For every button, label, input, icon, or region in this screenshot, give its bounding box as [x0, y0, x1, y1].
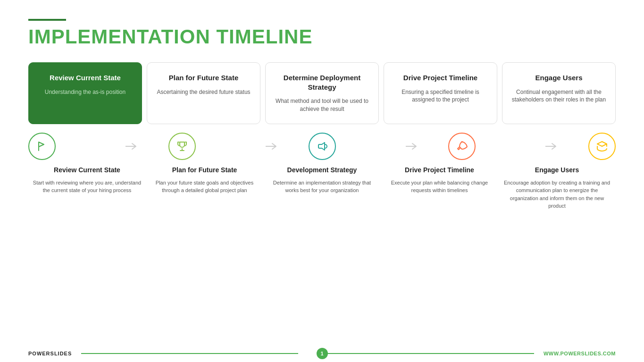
- footer: POWERSLIDES 1 WWW.POWERSLIDES.COM: [0, 345, 644, 362]
- footer-brand-left: POWERSLIDES: [28, 351, 72, 356]
- card-title-1: Plan for Future State: [156, 73, 251, 83]
- title-black: IMPLEMENTATION: [28, 25, 216, 48]
- timeline-arrow-2: [376, 142, 448, 151]
- card-title-4: Engage Users: [511, 73, 607, 83]
- bottom-review: Review Current State Start with reviewin…: [28, 166, 146, 210]
- review-current-state-card[interactable]: Review Current State Understanding the a…: [28, 62, 142, 124]
- footer-brand-right: WWW.POWERSLIDES.COM: [544, 351, 616, 356]
- engage-users-card[interactable]: Engage Users Continual engagement with a…: [502, 62, 616, 124]
- timeline-circle-0: [28, 133, 56, 160]
- timeline-circle-3: [448, 133, 476, 160]
- cards-row: Review Current State Understanding the a…: [28, 62, 616, 124]
- bottom-title-0: Review Current State: [32, 166, 142, 174]
- card-title-0: Review Current State: [37, 73, 133, 83]
- footer-line-left: [81, 353, 298, 354]
- timeline-arrow-3: [516, 142, 588, 151]
- timeline-item-4: [588, 133, 616, 160]
- bottom-drive: Drive Project Timeline Execute your plan…: [381, 166, 498, 210]
- card-title-3: Drive Project Timeline: [393, 73, 488, 83]
- timeline-circle-4: [588, 133, 616, 160]
- bottom-title-4: Engage Users: [502, 166, 612, 174]
- bottom-dev: Development Strategy Determine an implem…: [263, 166, 381, 210]
- timeline-arrow-1: [236, 142, 308, 151]
- bottom-desc-3: Execute your plan while balancing change…: [385, 179, 494, 194]
- slide: IMPLEMENTATION TIMELINE Review Current S…: [0, 0, 644, 362]
- footer-line-right: [317, 353, 534, 354]
- bottom-engage: Engage Users Encourage adoption by creat…: [498, 166, 616, 210]
- title-green: TIMELINE: [216, 25, 312, 48]
- timeline-item-1: [168, 133, 236, 160]
- bottom-desc-0: Start with reviewing where you are, unde…: [32, 179, 142, 194]
- card-desc-2: What method and tool will be used to ach…: [274, 97, 370, 113]
- timeline-arrow-0: [96, 142, 168, 151]
- page-title: IMPLEMENTATION TIMELINE: [28, 25, 616, 48]
- card-title-2: Determine Deployment Strategy: [274, 73, 370, 92]
- bottom-desc-4: Encourage adoption by creating a trainin…: [502, 179, 612, 210]
- card-desc-0: Understanding the as-is position: [37, 88, 133, 96]
- card-desc-1: Ascertaining the desired future status: [156, 88, 251, 96]
- timeline-item-2: [309, 133, 376, 160]
- bottom-desc-1: Plan your future state goals and objecti…: [150, 179, 259, 194]
- footer-page-badge: 1: [317, 348, 328, 359]
- drive-project-card[interactable]: Drive Project Timeline Ensuring a specif…: [384, 62, 497, 124]
- plan-future-state-card[interactable]: Plan for Future State Ascertaining the d…: [147, 62, 260, 124]
- timeline-item-0: [28, 133, 96, 160]
- determine-deployment-card[interactable]: Determine Deployment Strategy What metho…: [265, 62, 379, 124]
- card-desc-3: Ensuring a specified timeline is assigne…: [393, 88, 488, 104]
- bottom-row: Review Current State Start with reviewin…: [28, 166, 616, 210]
- timeline-item-3: [448, 133, 516, 160]
- bottom-desc-2: Determine an implementation strategy tha…: [267, 179, 377, 194]
- header-accent-line: [28, 19, 66, 21]
- timeline-circle-2: [309, 133, 336, 160]
- timeline-circle-1: [168, 133, 196, 160]
- card-desc-4: Continual engagement with all the stakeh…: [511, 88, 607, 104]
- bottom-plan: Plan for Future State Plan your future s…: [146, 166, 263, 210]
- header: IMPLEMENTATION TIMELINE: [28, 19, 616, 48]
- bottom-title-1: Plan for Future State: [150, 166, 259, 174]
- bottom-title-2: Development Strategy: [267, 166, 377, 174]
- timeline-row: [28, 133, 616, 160]
- bottom-title-3: Drive Project Timeline: [385, 166, 494, 174]
